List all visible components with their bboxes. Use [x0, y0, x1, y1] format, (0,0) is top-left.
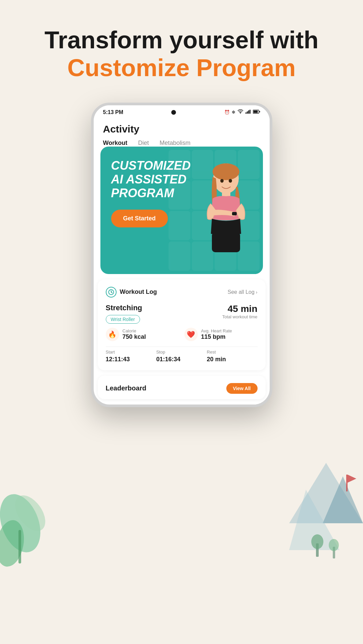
svg-point-8: [311, 534, 323, 549]
camera-cutout: [171, 110, 176, 115]
stop-value: 01:16:34: [156, 356, 207, 363]
status-time: 5:13 PM: [103, 109, 123, 115]
svg-rect-23: [232, 212, 237, 215]
log-title-text: Workout Log: [120, 288, 157, 296]
svg-rect-11: [346, 475, 348, 491]
phone-frame: 5:13 PM ⏰ ✻ Activity Workout Di: [91, 103, 272, 407]
heart-rate-label: Avg. Heart Rate: [201, 328, 232, 333]
chevron-right-icon: ›: [256, 289, 258, 295]
wifi-icon: [237, 109, 243, 115]
calorie-value: 750 kcal: [123, 333, 146, 340]
signal-icon: [245, 110, 251, 115]
log-title-row: Workout Log: [106, 287, 157, 298]
heart-rate-icon: ❤️: [184, 328, 198, 341]
alarm-icon: ⏰: [224, 110, 230, 115]
workout-name-col: Stretching Wrist Roller: [106, 304, 142, 324]
workout-time-col: 45 min Total workout time: [222, 304, 258, 319]
workout-log-icon: [106, 287, 117, 298]
start-label: Start: [106, 350, 156, 355]
svg-rect-13: [245, 112, 246, 114]
heart-rate-info: Avg. Heart Rate 115 bpm: [201, 328, 232, 340]
heart-rate-value: 115 bpm: [201, 333, 232, 340]
svg-rect-24: [212, 232, 240, 252]
banner-card: CUSTOMIZED AI ASSISTED PROGRAM Get Start…: [100, 147, 263, 274]
header-line2: Customize Program: [20, 53, 343, 82]
svg-marker-12: [348, 475, 356, 483]
decorative-mountain-right: [289, 456, 363, 584]
decorative-leaves-left: [0, 463, 50, 570]
start-value: 12:11:43: [106, 356, 156, 363]
bluetooth-icon: ✻: [232, 110, 235, 115]
workout-main-row: Stretching Wrist Roller 45 min Total wor…: [106, 304, 258, 324]
workout-total-time: 45 min: [222, 304, 258, 314]
calorie-label: Calorie: [123, 328, 146, 333]
leaderboard-header: Leaderboard View All: [106, 383, 258, 394]
svg-rect-3: [18, 530, 21, 564]
start-time: Start 12:11:43: [106, 350, 156, 363]
svg-point-25: [220, 179, 224, 182]
banner-person-figure: [182, 160, 256, 274]
workout-name: Stretching: [106, 304, 142, 312]
app-header: Activity Workout Diet Metabolism: [94, 118, 270, 150]
workout-tag: Wrist Roller: [106, 315, 140, 324]
calorie-stat: 🔥 Calorie 750 kcal: [106, 328, 179, 341]
svg-point-26: [229, 179, 232, 182]
heart-rate-stat: ❤️ Avg. Heart Rate 115 bpm: [184, 328, 258, 341]
view-all-button[interactable]: View All: [226, 383, 258, 394]
header-line1: Transform yourself with: [20, 27, 343, 53]
stop-label: Stop: [156, 350, 207, 355]
phone-wrapper: 5:13 PM ⏰ ✻ Activity Workout Di: [0, 103, 363, 407]
get-started-button[interactable]: Get Started: [111, 210, 168, 227]
calorie-icon: 🔥: [106, 328, 119, 341]
rest-label: Rest: [207, 350, 258, 355]
stop-time: Stop 01:16:34: [156, 350, 207, 363]
workout-total-time-label: Total workout time: [222, 314, 258, 319]
status-bar: 5:13 PM ⏰ ✻: [94, 105, 270, 118]
app-title: Activity: [103, 123, 260, 135]
status-icons: ⏰ ✻: [224, 109, 260, 115]
svg-rect-16: [249, 110, 251, 114]
svg-rect-19: [259, 111, 260, 112]
time-row: Start 12:11:43 Stop 01:16:34 Rest 20 min: [106, 346, 258, 363]
svg-point-10: [329, 539, 339, 551]
svg-rect-14: [247, 111, 248, 114]
svg-rect-18: [253, 111, 258, 113]
rest-time: Rest 20 min: [207, 350, 258, 363]
leaderboard-title: Leaderboard: [106, 384, 146, 392]
workout-log-section: Workout Log See all Log › Stretching Wri…: [98, 279, 266, 370]
svg-point-21: [213, 163, 239, 180]
calorie-info: Calorie 750 kcal: [123, 328, 146, 340]
leaderboard-section: Leaderboard View All: [98, 376, 266, 399]
see-all-label: See all Log: [228, 289, 255, 295]
svg-rect-15: [248, 110, 249, 114]
see-all-link[interactable]: See all Log ›: [228, 289, 258, 295]
battery-icon: [253, 110, 260, 115]
rest-value: 20 min: [207, 356, 258, 363]
stats-row: 🔥 Calorie 750 kcal ❤️ Avg. Heart Rate 11…: [106, 328, 258, 341]
header-section: Transform yourself with Customize Progra…: [0, 0, 363, 103]
log-header: Workout Log See all Log ›: [106, 287, 258, 298]
